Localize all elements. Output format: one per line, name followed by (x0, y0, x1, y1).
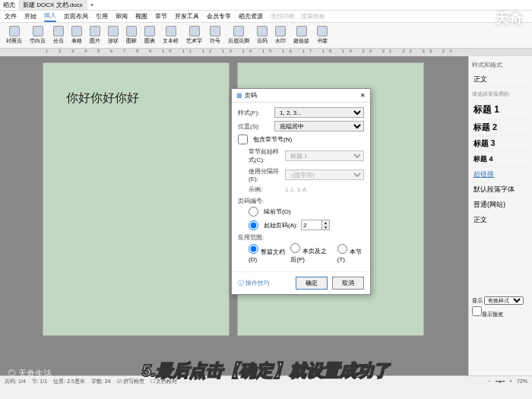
dialog-footer: ⓘ 操作技巧 确定 取消 (232, 271, 370, 294)
example-value: 1-1, 1-A (285, 186, 306, 193)
style-h3[interactable]: 标题 3 (472, 136, 529, 152)
btn-pic[interactable]: 图片 (88, 25, 102, 46)
styles-panel-title: 样式和格式 (472, 61, 529, 69)
btn-cover[interactable]: 封面页 (5, 25, 24, 46)
preview-row[interactable]: 显示预览 (472, 306, 529, 318)
btn-symbol[interactable]: 符号 (208, 25, 222, 46)
style-default-font[interactable]: 默认段落字体 (472, 182, 529, 198)
btn-shape[interactable]: 形状 (106, 25, 120, 46)
current-style[interactable]: 正文 (472, 72, 529, 87)
scope-fromhere-radio[interactable] (290, 243, 300, 253)
ribbon-content: 封面页 空白页 分页 表格 图片 形状 图标 图表 文本框 艺术字 符号 页眉页… (0, 23, 532, 49)
scope-section-radio[interactable] (337, 244, 347, 254)
start-label: 起始页码(A): (264, 221, 298, 230)
btn-chart[interactable]: 图表 (143, 25, 157, 46)
horizontal-ruler: 1 2 3 4 5 6 7 8 9 10 11 12 13 14 15 16 1… (0, 49, 532, 56)
tips-link[interactable]: ⓘ 操作技巧 (238, 279, 270, 287)
tab-layout[interactable]: 页面布局 (64, 12, 88, 21)
btn-art[interactable]: 艺术字 (185, 25, 204, 46)
continue-radio[interactable] (249, 207, 258, 217)
numbering-label: 页码编号: (238, 197, 364, 205)
tab-member[interactable]: 会员专享 (207, 12, 231, 21)
tab-section[interactable]: 章节 (155, 12, 167, 21)
show-row: 显示 有效样式 (472, 296, 529, 305)
btn-bookmark[interactable]: 书签 (315, 25, 329, 46)
start-radio[interactable] (249, 220, 258, 230)
styles-panel: 样式和格式 正文 请选择要应用的 标题 1 标题 2 标题 3 标题 4 超链接… (468, 56, 532, 375)
position-select[interactable]: 底端居中 (274, 121, 364, 131)
btn-icon[interactable]: 图标 (125, 25, 138, 46)
btn-header[interactable]: 页眉页脚 (226, 25, 251, 46)
chapter-label: 包含章节号(N) (253, 135, 292, 144)
watermark-text: 天奇 (496, 9, 523, 27)
tab-review[interactable]: 审阅 (116, 12, 128, 21)
spin-down-icon[interactable]: ▼ (322, 225, 329, 230)
start-spinner[interactable]: ▲▼ (301, 220, 330, 230)
style-select[interactable]: 1, 2, 3... (274, 107, 364, 118)
btn-blank[interactable]: 空白页 (28, 25, 47, 46)
tab-file[interactable]: 文件 (5, 12, 17, 21)
tab-home[interactable]: 开始 (24, 12, 36, 21)
style-h4[interactable]: 标题 4 (472, 152, 529, 167)
ok-button[interactable]: 确定 (296, 277, 328, 290)
btn-text[interactable]: 文本框 (161, 25, 180, 46)
styles-hint: 请选择要应用的 (472, 90, 529, 98)
dialog-body: 样式(F): 1, 2, 3... 位置(S): 底端居中 包含章节号(N) 章… (232, 103, 370, 271)
style-label: 样式(F): (238, 109, 271, 117)
example-label: 示例: (249, 185, 282, 194)
style-h1[interactable]: 标题 1 (472, 101, 529, 119)
show-select[interactable]: 有效样式 (484, 296, 524, 305)
preview-checkbox[interactable] (472, 306, 482, 316)
btn-wm[interactable]: 水印 (274, 25, 287, 46)
start-input[interactable] (301, 220, 322, 230)
dialog-icon: ▦ (236, 92, 242, 99)
chapter-checkbox[interactable] (238, 135, 248, 144)
title-bar: 稻壳 新建 DOCX 文档.docx + (0, 0, 532, 11)
scope-label: 应用范围: (238, 233, 364, 242)
continue-label: 续前节(O) (264, 207, 291, 216)
tab-insert[interactable]: 插入 (44, 11, 56, 22)
close-icon[interactable]: ✕ (360, 92, 366, 99)
btn-pagenum[interactable]: 页码 (255, 25, 269, 46)
btn-break[interactable]: 分页 (52, 25, 65, 46)
style-h2[interactable]: 标题 2 (472, 119, 529, 136)
tab-addin[interactable]: 稻壳资源 (239, 12, 263, 21)
search-hint[interactable]: 查找功能、搜索模板 (271, 12, 325, 21)
new-tab-button[interactable]: + (90, 2, 94, 8)
cancel-button[interactable]: 取消 (332, 277, 364, 290)
chap-style-label: 章节起始样式(C): (249, 147, 282, 164)
page-1[interactable]: 你好你好你好 (43, 62, 230, 336)
sep-select: -(连字符) (285, 169, 364, 180)
chap-style-select: 标题 1 (285, 150, 364, 161)
style-normal-web[interactable]: 普通(网站) (472, 198, 529, 213)
tutorial-caption: 5.最后点击【确定】就设置成功了 (0, 359, 532, 382)
tab-refs[interactable]: 引用 (96, 12, 108, 21)
document-tab[interactable]: 新建 DOCX 文档.docx (18, 0, 87, 10)
tab-view[interactable]: 视图 (135, 12, 147, 21)
btn-link[interactable]: 超链接 (292, 25, 311, 46)
page-number-dialog: ▦ 页码 ✕ 样式(F): 1, 2, 3... 位置(S): 底端居中 包含章… (231, 88, 371, 295)
page1-text: 你好你好你好 (66, 90, 206, 106)
ribbon-tabs: 文件 开始 插入 页面布局 引用 审阅 视图 章节 开发工具 会员专享 稻壳资源… (0, 11, 532, 23)
tab-dev[interactable]: 开发工具 (175, 12, 199, 21)
dialog-title-text: 页码 (245, 91, 257, 100)
sep-label: 使用分隔符(E): (249, 167, 282, 182)
dialog-titlebar[interactable]: ▦ 页码 ✕ (232, 89, 370, 103)
scope-whole-radio[interactable] (249, 244, 258, 254)
position-label: 位置(S): (238, 122, 271, 131)
style-body[interactable]: 正文 (472, 213, 529, 228)
app-tab[interactable]: 稻壳 (3, 1, 15, 9)
style-hyperlink[interactable]: 超链接 (472, 167, 529, 182)
btn-table[interactable]: 表格 (70, 25, 84, 46)
